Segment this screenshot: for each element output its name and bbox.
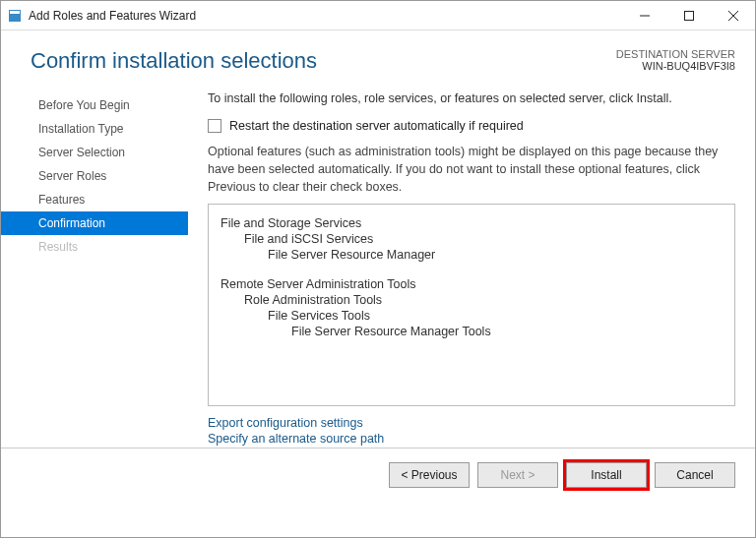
svg-rect-1 bbox=[10, 11, 20, 14]
feature-item: File Server Resource Manager Tools bbox=[291, 325, 723, 338]
window-controls bbox=[622, 1, 755, 30]
sidebar-step-confirmation[interactable]: Confirmation bbox=[1, 211, 188, 235]
footer-buttons: < Previous Next > Install Cancel bbox=[1, 448, 755, 501]
sidebar-step-features[interactable]: Features bbox=[1, 188, 188, 211]
minimize-button[interactable] bbox=[622, 1, 666, 30]
destination-server-info: DESTINATION SERVER WIN-BUQ4IBVF3I8 bbox=[616, 48, 735, 74]
alternate-source-link[interactable]: Specify an alternate source path bbox=[208, 432, 735, 446]
feature-item: File Services Tools bbox=[268, 309, 723, 323]
links-area: Export configuration settings Specify an… bbox=[208, 414, 735, 448]
install-button[interactable]: Install bbox=[566, 462, 647, 488]
feature-item: Remote Server Administration Tools bbox=[220, 277, 723, 291]
page-title: Confirm installation selections bbox=[31, 48, 616, 74]
destination-server-name: WIN-BUQ4IBVF3I8 bbox=[616, 60, 735, 72]
export-config-link[interactable]: Export configuration settings bbox=[208, 416, 735, 430]
destination-label: DESTINATION SERVER bbox=[616, 48, 735, 60]
content-pane: To install the following roles, role ser… bbox=[188, 84, 735, 448]
maximize-button[interactable] bbox=[666, 1, 711, 30]
app-icon bbox=[7, 8, 23, 24]
sidebar-step-server-roles[interactable]: Server Roles bbox=[1, 164, 188, 188]
window-title: Add Roles and Features Wizard bbox=[29, 9, 622, 23]
cancel-button[interactable]: Cancel bbox=[655, 462, 735, 488]
restart-checkbox-label: Restart the destination server automatic… bbox=[229, 119, 524, 133]
header: Confirm installation selections DESTINAT… bbox=[1, 30, 755, 84]
feature-item: File and Storage Services bbox=[220, 216, 723, 230]
restart-checkbox[interactable] bbox=[208, 119, 221, 133]
restart-checkbox-row[interactable]: Restart the destination server automatic… bbox=[208, 119, 735, 133]
previous-button[interactable]: < Previous bbox=[389, 462, 470, 488]
close-button[interactable] bbox=[711, 1, 755, 30]
optional-features-note: Optional features (such as administratio… bbox=[208, 143, 735, 196]
next-button: Next > bbox=[477, 462, 558, 488]
sidebar-step-results: Results bbox=[1, 235, 188, 259]
selected-features-list[interactable]: File and Storage ServicesFile and iSCSI … bbox=[208, 204, 735, 406]
feature-item: Role Administration Tools bbox=[244, 293, 723, 307]
sidebar-step-before-you-begin[interactable]: Before You Begin bbox=[1, 93, 188, 117]
intro-text: To install the following roles, role ser… bbox=[208, 91, 735, 105]
main-area: Before You BeginInstallation TypeServer … bbox=[1, 84, 755, 448]
svg-rect-3 bbox=[684, 11, 693, 20]
sidebar-step-server-selection[interactable]: Server Selection bbox=[1, 141, 188, 164]
wizard-steps-sidebar: Before You BeginInstallation TypeServer … bbox=[1, 84, 188, 448]
sidebar-step-installation-type[interactable]: Installation Type bbox=[1, 117, 188, 141]
feature-item: File Server Resource Manager bbox=[268, 248, 723, 262]
titlebar: Add Roles and Features Wizard bbox=[1, 1, 755, 30]
feature-item: File and iSCSI Services bbox=[244, 232, 723, 246]
